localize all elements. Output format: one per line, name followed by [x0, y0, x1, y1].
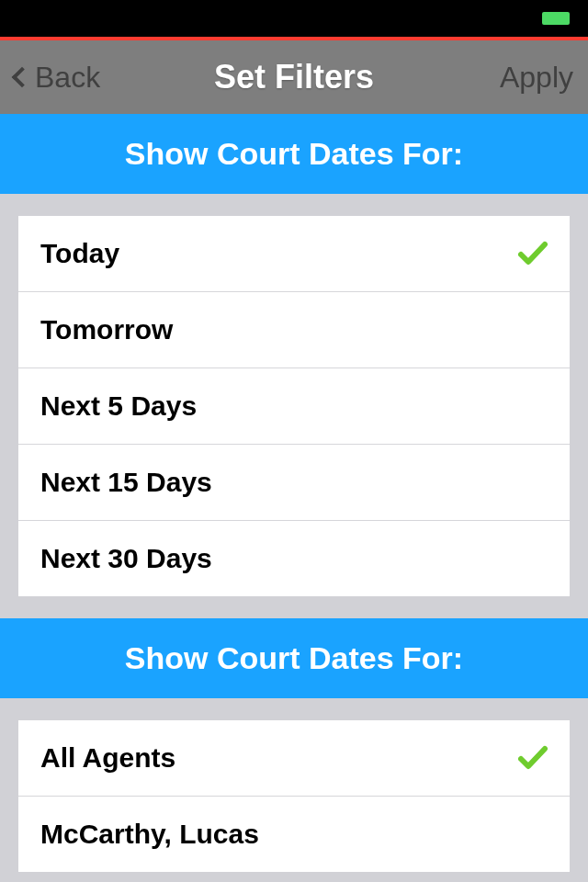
status-bar [0, 0, 588, 37]
list-item[interactable]: Next 5 Days [18, 368, 570, 445]
battery-icon [542, 12, 570, 25]
apply-button[interactable]: Apply [500, 61, 573, 95]
back-button[interactable]: Back [15, 61, 100, 95]
back-label: Back [35, 61, 100, 95]
list-item-label: McCarthy, Lucas [40, 819, 259, 850]
list-item-label: Next 15 Days [40, 467, 212, 498]
list-item[interactable]: Next 30 Days [18, 521, 570, 596]
section-header: Show Court Dates For: [0, 618, 588, 698]
list-item-label: Tomorrow [40, 314, 173, 345]
section-header: Show Court Dates For: [0, 114, 588, 194]
list-item[interactable]: McCarthy, Lucas [18, 797, 570, 872]
option-list: All AgentsMcCarthy, Lucas [18, 720, 570, 872]
list-item[interactable]: Today [18, 216, 570, 292]
list-item-label: Next 5 Days [40, 390, 197, 422]
list-item-label: Next 30 Days [40, 543, 212, 574]
checkmark-icon [518, 745, 548, 771]
list-item-label: All Agents [40, 742, 175, 774]
list-item[interactable]: Next 15 Days [18, 445, 570, 521]
option-list: TodayTomorrowNext 5 DaysNext 15 DaysNext… [18, 216, 570, 596]
chevron-left-icon [12, 67, 33, 88]
checkmark-icon [518, 241, 548, 266]
list-item[interactable]: Tomorrow [18, 292, 570, 368]
nav-bar: Back Set Filters Apply [0, 40, 588, 114]
page-title: Set Filters [214, 58, 374, 96]
list-item-label: Today [40, 238, 119, 269]
apply-label: Apply [500, 61, 573, 94]
list-item[interactable]: All Agents [18, 720, 570, 797]
